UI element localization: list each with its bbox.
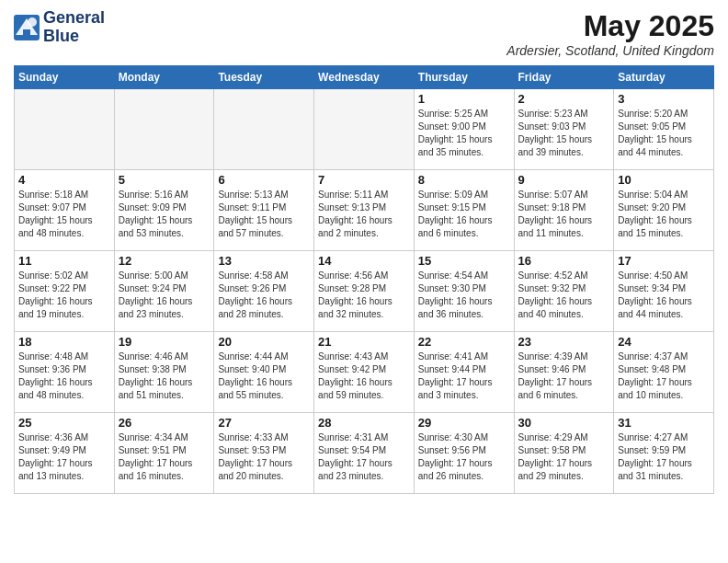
day-number: 21 [318,335,410,349]
logo: General Blue [14,9,105,46]
day-number: 3 [618,92,710,106]
day-header-monday: Monday [114,66,214,89]
calendar-cell: 2Sunrise: 5:23 AMSunset: 9:03 PMDaylight… [514,89,614,170]
day-info: Sunrise: 5:11 AMSunset: 9:13 PMDaylight:… [318,189,410,240]
calendar-cell: 6Sunrise: 5:13 AMSunset: 9:11 PMDaylight… [214,170,314,251]
day-number: 30 [518,416,610,430]
day-info: Sunrise: 5:25 AMSunset: 9:00 PMDaylight:… [418,108,510,159]
week-row-3: 11Sunrise: 5:02 AMSunset: 9:22 PMDayligh… [15,251,714,332]
day-info: Sunrise: 4:44 AMSunset: 9:40 PMDaylight:… [218,350,310,402]
calendar-cell: 8Sunrise: 5:09 AMSunset: 9:15 PMDaylight… [414,170,514,251]
calendar-cell: 20Sunrise: 4:44 AMSunset: 9:40 PMDayligh… [214,332,314,413]
day-info: Sunrise: 5:20 AMSunset: 9:05 PMDaylight:… [618,108,710,159]
day-info: Sunrise: 5:07 AMSunset: 9:18 PMDaylight:… [518,189,610,240]
svg-rect-2 [23,29,30,35]
calendar-cell: 22Sunrise: 4:41 AMSunset: 9:44 PMDayligh… [414,332,514,413]
logo-icon [14,15,40,40]
calendar-cell: 3Sunrise: 5:20 AMSunset: 9:05 PMDaylight… [614,89,714,170]
calendar-cell: 23Sunrise: 4:39 AMSunset: 9:46 PMDayligh… [514,332,614,413]
day-number: 24 [618,335,710,349]
day-info: Sunrise: 4:30 AMSunset: 9:56 PMDaylight:… [418,431,510,483]
day-number: 17 [618,254,710,268]
day-header-tuesday: Tuesday [214,66,314,89]
calendar-cell: 29Sunrise: 4:30 AMSunset: 9:56 PMDayligh… [414,413,514,494]
days-header-row: SundayMondayTuesdayWednesdayThursdayFrid… [15,66,714,89]
calendar-cell [314,89,415,170]
day-info: Sunrise: 4:52 AMSunset: 9:32 PMDaylight:… [518,270,610,321]
day-info: Sunrise: 4:46 AMSunset: 9:38 PMDaylight:… [119,350,210,402]
calendar-cell [214,89,314,170]
day-number: 10 [618,173,710,187]
day-info: Sunrise: 4:58 AMSunset: 9:26 PMDaylight:… [218,270,310,321]
calendar-cell: 21Sunrise: 4:43 AMSunset: 9:42 PMDayligh… [314,332,415,413]
day-number: 31 [618,416,710,430]
day-header-thursday: Thursday [414,66,514,89]
day-number: 11 [18,254,110,268]
calendar-cell: 31Sunrise: 4:27 AMSunset: 9:59 PMDayligh… [614,413,714,494]
calendar-cell: 12Sunrise: 5:00 AMSunset: 9:24 PMDayligh… [114,251,214,332]
day-info: Sunrise: 5:04 AMSunset: 9:20 PMDaylight:… [618,189,710,240]
day-number: 16 [518,254,610,268]
week-row-1: 1Sunrise: 5:25 AMSunset: 9:00 PMDaylight… [15,89,714,170]
day-info: Sunrise: 5:18 AMSunset: 9:07 PMDaylight:… [18,189,110,240]
day-number: 28 [318,416,410,430]
logo-text: General Blue [43,9,105,46]
calendar-cell: 19Sunrise: 4:46 AMSunset: 9:38 PMDayligh… [114,332,214,413]
day-header-friday: Friday [514,66,614,89]
day-number: 26 [119,416,210,430]
calendar-cell: 16Sunrise: 4:52 AMSunset: 9:32 PMDayligh… [514,251,614,332]
day-info: Sunrise: 5:16 AMSunset: 9:09 PMDaylight:… [119,189,210,240]
calendar-cell: 4Sunrise: 5:18 AMSunset: 9:07 PMDaylight… [15,170,115,251]
calendar-cell: 7Sunrise: 5:11 AMSunset: 9:13 PMDaylight… [314,170,415,251]
calendar-cell: 18Sunrise: 4:48 AMSunset: 9:36 PMDayligh… [15,332,115,413]
day-number: 9 [518,173,610,187]
month-title: May 2025 [506,9,714,43]
day-info: Sunrise: 5:13 AMSunset: 9:11 PMDaylight:… [218,189,310,240]
day-info: Sunrise: 4:27 AMSunset: 9:59 PMDaylight:… [618,431,710,483]
calendar-cell: 24Sunrise: 4:37 AMSunset: 9:48 PMDayligh… [614,332,714,413]
title-block: May 2025 Ardersier, Scotland, United Kin… [506,9,714,58]
day-info: Sunrise: 4:48 AMSunset: 9:36 PMDaylight:… [18,350,110,402]
day-number: 5 [119,173,210,187]
calendar-cell: 1Sunrise: 5:25 AMSunset: 9:00 PMDaylight… [414,89,514,170]
day-info: Sunrise: 4:37 AMSunset: 9:48 PMDaylight:… [618,350,710,402]
day-number: 27 [218,416,310,430]
day-number: 13 [218,254,310,268]
calendar-table: SundayMondayTuesdayWednesdayThursdayFrid… [14,65,714,494]
week-row-4: 18Sunrise: 4:48 AMSunset: 9:36 PMDayligh… [15,332,714,413]
day-info: Sunrise: 5:23 AMSunset: 9:03 PMDaylight:… [518,108,610,159]
day-number: 18 [18,335,110,349]
day-info: Sunrise: 4:36 AMSunset: 9:49 PMDaylight:… [18,431,110,483]
day-number: 29 [418,416,510,430]
calendar-cell: 14Sunrise: 4:56 AMSunset: 9:28 PMDayligh… [314,251,415,332]
day-number: 8 [418,173,510,187]
calendar-cell: 5Sunrise: 5:16 AMSunset: 9:09 PMDaylight… [114,170,214,251]
week-row-5: 25Sunrise: 4:36 AMSunset: 9:49 PMDayligh… [15,413,714,494]
day-info: Sunrise: 4:41 AMSunset: 9:44 PMDaylight:… [418,350,510,402]
day-info: Sunrise: 4:33 AMSunset: 9:53 PMDaylight:… [218,431,310,483]
calendar-cell: 15Sunrise: 4:54 AMSunset: 9:30 PMDayligh… [414,251,514,332]
day-number: 7 [318,173,410,187]
day-info: Sunrise: 4:39 AMSunset: 9:46 PMDaylight:… [518,350,610,402]
calendar-cell: 26Sunrise: 4:34 AMSunset: 9:51 PMDayligh… [114,413,214,494]
day-header-wednesday: Wednesday [314,66,415,89]
calendar-cell: 10Sunrise: 5:04 AMSunset: 9:20 PMDayligh… [614,170,714,251]
day-number: 25 [18,416,110,430]
day-number: 4 [18,173,110,187]
calendar-cell: 27Sunrise: 4:33 AMSunset: 9:53 PMDayligh… [214,413,314,494]
day-number: 14 [318,254,410,268]
day-number: 1 [418,92,510,106]
day-info: Sunrise: 4:29 AMSunset: 9:58 PMDaylight:… [518,431,610,483]
calendar-cell [15,89,115,170]
day-number: 19 [119,335,210,349]
day-header-saturday: Saturday [614,66,714,89]
day-info: Sunrise: 5:09 AMSunset: 9:15 PMDaylight:… [418,189,510,240]
day-number: 2 [518,92,610,106]
day-info: Sunrise: 4:43 AMSunset: 9:42 PMDaylight:… [318,350,410,402]
calendar-cell: 17Sunrise: 4:50 AMSunset: 9:34 PMDayligh… [614,251,714,332]
day-number: 6 [218,173,310,187]
calendar-cell: 25Sunrise: 4:36 AMSunset: 9:49 PMDayligh… [15,413,115,494]
day-number: 15 [418,254,510,268]
day-number: 12 [119,254,210,268]
day-info: Sunrise: 4:31 AMSunset: 9:54 PMDaylight:… [318,431,410,483]
